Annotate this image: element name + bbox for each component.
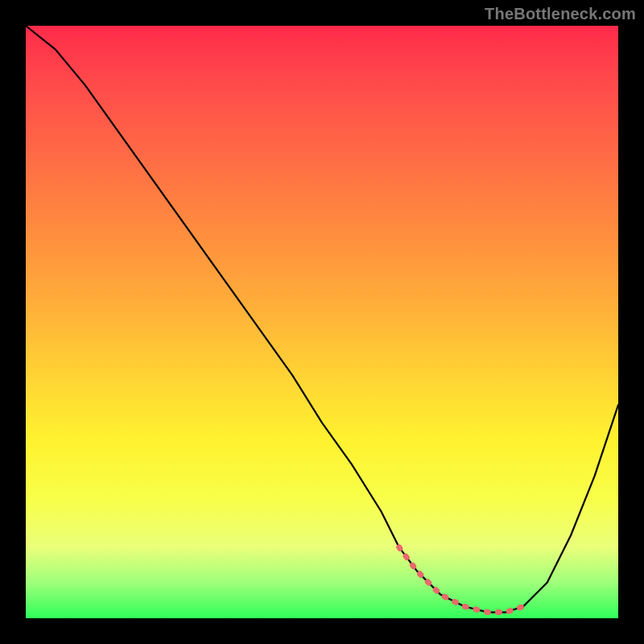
chart-svg <box>26 26 618 618</box>
chart-plot-area <box>26 26 618 618</box>
chart-frame: TheBottleneck.com <box>0 0 644 644</box>
watermark-label: TheBottleneck.com <box>485 5 636 23</box>
series-sweet-spot <box>399 547 524 613</box>
series-curve <box>26 26 618 613</box>
